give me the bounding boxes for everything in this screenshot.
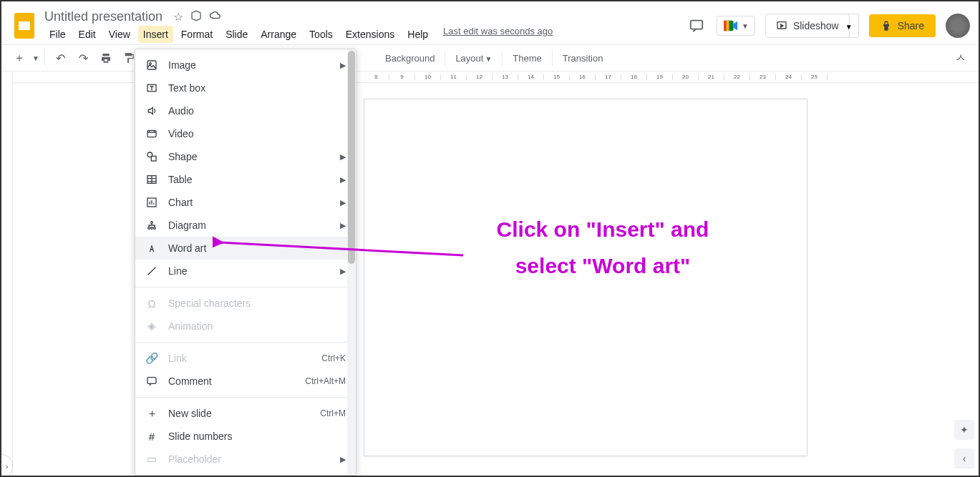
menu-item-label: Special characters <box>168 297 346 309</box>
share-label: Share <box>898 20 924 31</box>
new-slide-dropdown[interactable]: ▼ <box>31 47 40 69</box>
menu-item-chart[interactable]: Chart▶ <box>135 191 356 214</box>
ruler-tick: 25 <box>802 74 828 80</box>
document-title[interactable]: Untitled presentation <box>44 9 162 24</box>
ruler-tick: 20 <box>673 74 699 80</box>
menu-item-label: Table <box>168 174 330 185</box>
star-icon[interactable]: ☆ <box>173 10 183 24</box>
line-icon <box>145 265 158 277</box>
shortcut-label: Ctrl+M <box>320 408 346 418</box>
menu-item-label: Link <box>168 353 311 364</box>
layout-button[interactable]: Layout▼ <box>450 53 498 64</box>
submenu-arrow-icon: ▶ <box>340 455 346 464</box>
menu-arrange[interactable]: Arrange <box>256 26 301 43</box>
menu-view[interactable]: View <box>104 26 135 43</box>
slideshow-dropdown[interactable]: ▼ <box>840 14 859 38</box>
collapse-toolbar-icon[interactable]: ㅅ <box>950 47 971 69</box>
print-button[interactable] <box>95 47 117 69</box>
ruler-tick: 11 <box>441 74 467 80</box>
svg-rect-2 <box>691 21 703 29</box>
last-edit-link[interactable]: Last edit was seconds ago <box>443 26 553 43</box>
menu-bar: File Edit View Insert Format Slide Arran… <box>44 26 553 43</box>
menu-extensions[interactable]: Extensions <box>341 26 399 43</box>
menu-item-audio[interactable]: Audio <box>135 99 356 122</box>
link-icon: 🔗 <box>145 352 158 365</box>
menu-item-label: Placeholder <box>168 453 330 465</box>
menu-file[interactable]: File <box>44 26 71 43</box>
menu-item-link: 🔗LinkCtrl+K <box>135 347 356 370</box>
menu-help[interactable]: Help <box>402 26 433 43</box>
menu-slide[interactable]: Slide <box>220 26 253 43</box>
meet-button[interactable]: ▼ <box>717 16 755 36</box>
explore-button[interactable]: ✦ <box>954 420 974 440</box>
menu-separator <box>135 342 356 343</box>
svg-rect-12 <box>151 156 156 161</box>
menu-separator <box>135 397 356 398</box>
submenu-arrow-icon: ▶ <box>340 221 346 230</box>
slides-logo[interactable] <box>10 11 39 40</box>
svg-line-20 <box>220 242 463 255</box>
slideshow-label: Slideshow <box>793 20 839 31</box>
ruler-tick: 8 <box>364 74 389 80</box>
ruler-tick: 10 <box>415 74 441 80</box>
menu-item-label: Line <box>168 265 330 277</box>
menu-item-label: Audio <box>168 105 346 117</box>
menu-item-shape[interactable]: Shape▶ <box>135 145 356 168</box>
svg-point-17 <box>154 227 156 230</box>
menu-item-table[interactable]: Table▶ <box>135 168 356 191</box>
cloud-status-icon[interactable] <box>209 10 222 24</box>
menu-item-image[interactable]: Image▶ <box>135 54 356 77</box>
menu-item-animation: ◈Animation <box>135 315 356 338</box>
theme-button[interactable]: Theme <box>507 53 547 64</box>
menu-item-special-characters: ΩSpecial characters <box>135 292 356 315</box>
menu-item-label: Diagram <box>168 220 330 231</box>
svg-point-16 <box>151 227 153 230</box>
comments-history-icon[interactable] <box>687 16 707 36</box>
svg-point-18 <box>151 222 153 224</box>
svg-point-8 <box>150 63 152 65</box>
side-panel-toggle[interactable]: ‹ <box>954 448 974 468</box>
transition-button[interactable]: Transition <box>557 53 609 64</box>
submenu-arrow-icon: ▶ <box>340 198 346 207</box>
svg-rect-5 <box>724 21 727 31</box>
menu-item-comment[interactable]: CommentCtrl+Alt+M <box>135 370 356 393</box>
menu-format[interactable]: Format <box>176 26 218 43</box>
menu-item-text-box[interactable]: Text box <box>135 77 356 99</box>
menu-insert[interactable]: Insert <box>138 26 173 43</box>
submenu-arrow-icon: ▶ <box>340 267 346 276</box>
menu-item-label: Animation <box>168 320 346 332</box>
menu-item-video[interactable]: Video <box>135 122 356 145</box>
ruler-tick: 15 <box>544 74 570 80</box>
share-button[interactable]: Share <box>869 14 936 37</box>
svg-point-15 <box>148 227 150 230</box>
wordart-icon <box>145 242 158 255</box>
submenu-arrow-icon: ▶ <box>340 61 346 70</box>
annotation-text: Click on "Insert" and select "Word art" <box>460 211 746 284</box>
comment-icon <box>145 375 158 388</box>
slidenum-icon: # <box>145 430 158 443</box>
ruler-tick: 22 <box>724 74 750 80</box>
ruler-tick: 19 <box>647 74 673 80</box>
menu-item-slide-numbers[interactable]: #Slide numbers <box>135 425 356 448</box>
menu-tools[interactable]: Tools <box>304 26 338 43</box>
move-icon[interactable] <box>190 10 202 24</box>
redo-button[interactable]: ↷ <box>72 47 94 69</box>
new-slide-button[interactable]: ＋ <box>9 47 30 69</box>
slideshow-button[interactable]: Slideshow <box>765 14 850 38</box>
anim-icon: ◈ <box>145 320 158 333</box>
table-icon <box>145 173 158 186</box>
ruler-tick: 9 <box>389 74 415 80</box>
ruler-tick: 17 <box>596 74 621 80</box>
ruler-tick: 23 <box>750 74 776 80</box>
menu-item-line[interactable]: Line▶ <box>135 260 356 282</box>
image-icon <box>145 59 158 72</box>
menu-item-new-slide[interactable]: ＋New slideCtrl+M <box>135 402 356 425</box>
newslide-icon: ＋ <box>145 407 158 420</box>
ruler-tick: 18 <box>621 74 647 80</box>
undo-button[interactable]: ↶ <box>49 47 71 69</box>
app-header: Untitled presentation ☆ File Edit View I… <box>1 1 979 44</box>
audio-icon <box>145 104 158 117</box>
menu-edit[interactable]: Edit <box>74 26 101 43</box>
user-avatar[interactable] <box>946 14 970 38</box>
background-button[interactable]: Background <box>379 53 440 64</box>
